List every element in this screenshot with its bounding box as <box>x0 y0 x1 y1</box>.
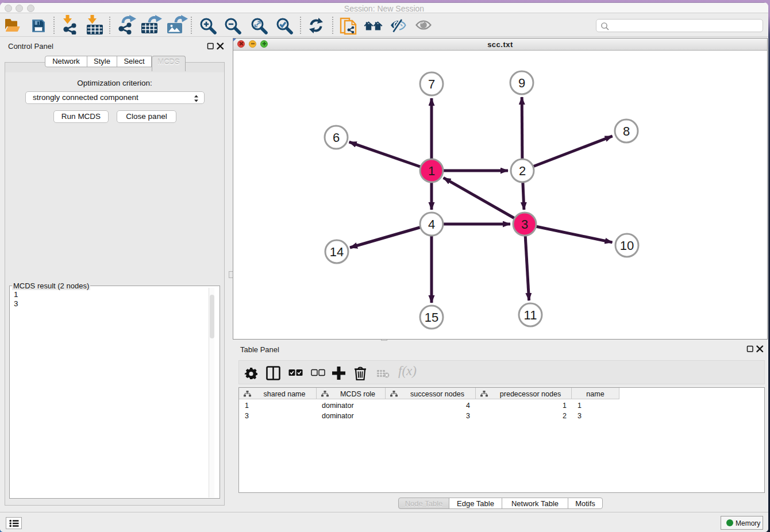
svg-text:15: 15 <box>425 310 438 325</box>
svg-text:1: 1 <box>428 164 435 178</box>
svg-text:9: 9 <box>518 76 525 90</box>
svg-text:8: 8 <box>623 124 630 138</box>
svg-text:3: 3 <box>521 217 528 232</box>
svg-text:6: 6 <box>333 130 340 145</box>
svg-text:14: 14 <box>330 245 344 259</box>
svg-text:4: 4 <box>428 217 435 232</box>
svg-text:11: 11 <box>524 308 537 322</box>
svg-text:2: 2 <box>519 164 526 178</box>
svg-text:7: 7 <box>428 77 435 91</box>
svg-text:10: 10 <box>620 238 634 253</box>
